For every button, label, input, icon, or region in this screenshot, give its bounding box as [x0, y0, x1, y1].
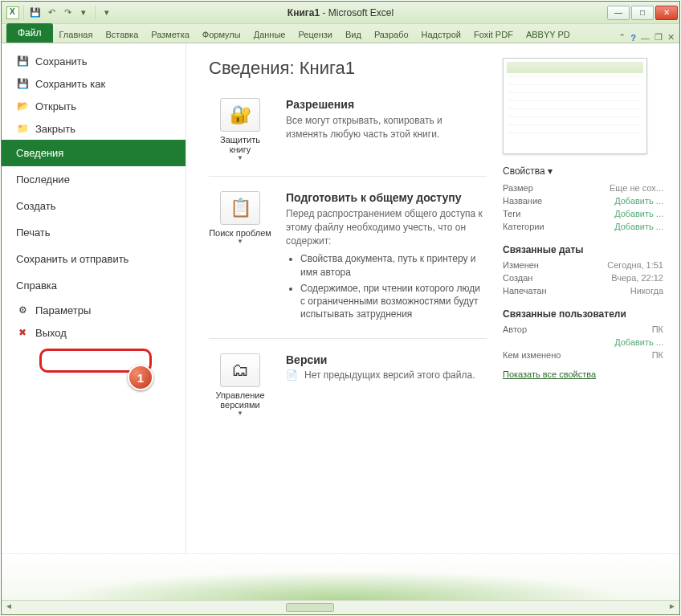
tab-home[interactable]: Главная: [53, 27, 100, 43]
prop-cat-key: Категории: [503, 222, 544, 231]
qat-more-icon[interactable]: ▾: [76, 6, 91, 20]
versions-text: Нет предыдущих версий этого файла.: [304, 369, 475, 381]
nav-new-label: Создать: [16, 200, 55, 212]
related-dates-heading: Связанные даты: [503, 244, 663, 255]
nav-help[interactable]: Справка: [2, 272, 186, 299]
document-icon: 📄: [286, 369, 298, 381]
prop-title-key: Название: [503, 196, 542, 206]
nav-exit[interactable]: ✖Выход: [2, 321, 186, 344]
qat-customize-icon[interactable]: ▾: [100, 6, 114, 20]
prepare-title: Подготовить к общему доступу: [286, 191, 487, 204]
tab-data[interactable]: Данные: [247, 27, 292, 43]
prop-modby-key: Кем изменено: [503, 350, 561, 360]
nav-saveas-label: Сохранить как: [35, 78, 105, 90]
nav-recent-label: Последние: [16, 173, 70, 186]
nav-info-label: Сведения: [16, 147, 63, 159]
nav-close-label: Закрыть: [35, 123, 75, 135]
prop-modby-val: ПК: [652, 350, 663, 360]
prop-size-val: Еще не сох...: [610, 183, 663, 193]
footer-glow: [2, 553, 679, 600]
nav-options[interactable]: ⚙Параметры: [2, 299, 186, 321]
qat-redo-icon[interactable]: ↷: [60, 6, 75, 20]
open-icon: 📂: [16, 100, 29, 112]
properties-dropdown[interactable]: Свойства ▾: [503, 165, 663, 177]
check-issues-label: Поиск проблем: [209, 228, 271, 238]
mdi-restore-icon[interactable]: ❐: [654, 32, 663, 43]
tab-abbyy[interactable]: ABBYY PD: [520, 27, 577, 43]
horizontal-scrollbar[interactable]: [2, 600, 679, 614]
nav-close[interactable]: 📁Закрыть: [2, 117, 186, 140]
tab-view[interactable]: Вид: [339, 27, 368, 43]
prop-modified-key: Изменен: [503, 260, 539, 270]
prepare-item-2: Содержимое, при чтении которого люди с о…: [300, 282, 487, 321]
prop-title-val[interactable]: Добавить ...: [614, 196, 663, 206]
nav-info[interactable]: Сведения: [2, 140, 186, 166]
nav-open-label: Открыть: [35, 100, 76, 112]
prop-tags-val[interactable]: Добавить ...: [614, 209, 663, 218]
versions-icon: 🗂: [220, 353, 260, 387]
tab-formulas[interactable]: Формулы: [196, 27, 247, 43]
annotation-badge: 1: [128, 365, 153, 390]
document-thumbnail[interactable]: [503, 58, 647, 154]
mdi-close-icon[interactable]: ✕: [667, 32, 675, 43]
app-icon[interactable]: [6, 6, 19, 19]
backstage-nav: 💾Сохранить 💾Сохранить как 📂Открыть 📁Закр…: [2, 43, 186, 553]
nav-recent[interactable]: Последние: [2, 166, 186, 193]
show-all-properties-link[interactable]: Показать все свойства: [503, 369, 596, 379]
nav-print[interactable]: Печать: [2, 219, 186, 246]
tab-review[interactable]: Рецензи: [292, 27, 339, 43]
nav-new[interactable]: Создать: [2, 193, 186, 219]
tab-addins[interactable]: Надстрой: [415, 27, 467, 43]
related-users-heading: Связанные пользователи: [503, 308, 663, 320]
prop-cat-val[interactable]: Добавить ...: [614, 222, 663, 231]
minimize-button[interactable]: —: [607, 6, 630, 20]
prop-created-val: Вчера, 22:12: [611, 273, 663, 283]
tab-developer[interactable]: Разрабо: [368, 27, 415, 43]
protect-workbook-button[interactable]: 🔐 Защитить книгу ▼: [209, 98, 271, 161]
check-issues-button[interactable]: 📋 Поиск проблем ▼: [209, 191, 271, 324]
nav-saveas[interactable]: 💾Сохранить как: [2, 72, 186, 95]
properties-panel: Свойства ▾ РазмерЕще не сох... НазваниеД…: [503, 58, 663, 545]
close-folder-icon: 📁: [16, 122, 29, 135]
prop-printed-key: Напечатан: [503, 286, 546, 296]
prop-tags-key: Теги: [503, 209, 520, 218]
checklist-icon: 📋: [220, 191, 260, 225]
prop-author-key: Автор: [503, 324, 527, 334]
chevron-down-icon: ▼: [209, 238, 271, 245]
nav-print-label: Печать: [16, 226, 51, 239]
manage-versions-label: Управление версиями: [209, 390, 271, 410]
ribbon-minimize-icon[interactable]: ⌃: [618, 32, 626, 43]
tab-foxit[interactable]: Foxit PDF: [467, 27, 520, 43]
prepare-text: Перед распространением общего доступа к …: [286, 207, 487, 247]
nav-share-label: Сохранить и отправить: [16, 253, 128, 265]
prop-created-key: Создан: [503, 273, 532, 283]
help-icon[interactable]: ?: [630, 33, 636, 43]
tab-layout[interactable]: Разметка: [145, 27, 196, 43]
chevron-down-icon: ▼: [209, 154, 271, 161]
chevron-down-icon: ▼: [209, 410, 271, 417]
window-title: Книга1 - Microsoft Excel: [287, 7, 394, 18]
mdi-minimize-icon[interactable]: —: [641, 33, 650, 43]
options-icon: ⚙: [16, 304, 29, 316]
nav-save-label: Сохранить: [35, 55, 88, 67]
nav-save[interactable]: 💾Сохранить: [2, 50, 186, 72]
maximize-button[interactable]: □: [631, 6, 654, 20]
tab-insert[interactable]: Вставка: [99, 27, 145, 43]
permissions-title: Разрешения: [286, 98, 487, 111]
nav-exit-label: Выход: [35, 327, 67, 339]
tab-file[interactable]: Файл: [6, 23, 53, 43]
prop-modified-val: Сегодня, 1:51: [607, 260, 663, 270]
nav-help-label: Справка: [16, 279, 57, 292]
prop-size-key: Размер: [503, 183, 533, 193]
qat-undo-icon[interactable]: ↶: [44, 6, 59, 20]
manage-versions-button[interactable]: 🗂 Управление версиями ▼: [209, 353, 271, 417]
add-author-link[interactable]: Добавить ...: [614, 337, 663, 347]
titlebar: 💾 ↶ ↷ ▾ ▾ Книга1 - Microsoft Excel — □ ✕: [2, 2, 679, 24]
lock-icon: 🔐: [220, 98, 260, 132]
versions-title: Версии: [286, 353, 487, 366]
nav-open[interactable]: 📂Открыть: [2, 95, 186, 117]
qat-save-icon[interactable]: 💾: [28, 6, 43, 20]
close-button[interactable]: ✕: [655, 6, 678, 20]
nav-options-label: Параметры: [35, 304, 91, 316]
nav-share[interactable]: Сохранить и отправить: [2, 246, 186, 272]
